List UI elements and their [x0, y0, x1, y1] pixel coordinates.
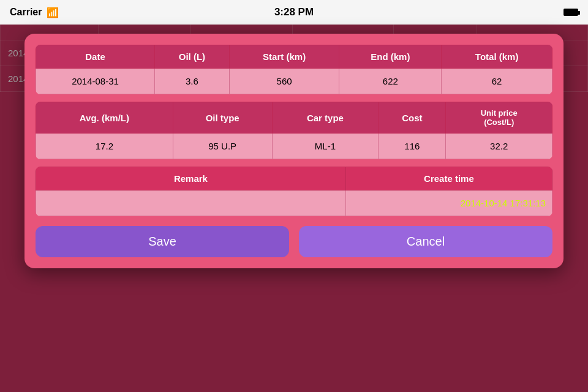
- col-avg: Avg. (km/L): [36, 102, 173, 134]
- cell-total: 62: [442, 69, 552, 94]
- cell-oil-type: 95 U.P: [173, 134, 272, 159]
- main-data-table: Date Oil (L) Start (km) End (km) Total (…: [36, 45, 552, 94]
- cell-create-time: 2014-10-14 17:31:13: [345, 190, 552, 216]
- status-bar-time: 3:28 PM: [274, 6, 314, 18]
- remark-header-row: Remark Create time: [36, 167, 552, 190]
- battery-icon: [564, 9, 578, 16]
- carrier-label: Carrier: [10, 7, 42, 18]
- remark-table: Remark Create time 2014-10-14 17:31:13: [36, 167, 552, 216]
- table2-data-row: 17.2 95 U.P ML-1 116 32.2: [36, 134, 552, 159]
- col-total: Total (km): [442, 45, 552, 69]
- col-remark: Remark: [36, 167, 346, 190]
- wifi-icon: 📶: [47, 7, 59, 18]
- button-row: Save Cancel: [36, 226, 552, 257]
- col-start: Start (km): [229, 45, 339, 69]
- status-bar-left: Carrier 📶: [10, 7, 59, 18]
- cancel-button[interactable]: Cancel: [299, 226, 552, 257]
- col-end: End (km): [339, 45, 442, 69]
- detail-dialog: Date Oil (L) Start (km) End (km) Total (…: [24, 34, 564, 268]
- table1-data-row: 2014-08-31 3.6 560 622 62: [36, 69, 552, 94]
- cell-end: 622: [339, 69, 442, 94]
- status-bar: Carrier 📶 3:28 PM: [0, 0, 588, 24]
- col-car-type: Car type: [272, 102, 379, 134]
- table2-header-row: Avg. (km/L) Oil type Car type Cost Unit …: [36, 102, 552, 134]
- secondary-data-table: Avg. (km/L) Oil type Car type Cost Unit …: [36, 102, 552, 159]
- col-oil-type: Oil type: [173, 102, 272, 134]
- col-create-time: Create time: [345, 167, 552, 190]
- cell-oil: 3.6: [155, 69, 230, 94]
- cell-unit-price: 32.2: [446, 134, 552, 159]
- col-date: Date: [36, 45, 155, 69]
- table1-header-row: Date Oil (L) Start (km) End (km) Total (…: [36, 45, 552, 69]
- cell-remark: [36, 190, 346, 216]
- save-button[interactable]: Save: [36, 226, 289, 257]
- cell-cost: 116: [379, 134, 446, 159]
- cell-car-type: ML-1: [272, 134, 379, 159]
- cell-start: 560: [229, 69, 339, 94]
- col-oil: Oil (L): [155, 45, 230, 69]
- cell-date: 2014-08-31: [36, 69, 155, 94]
- status-bar-right: [564, 9, 578, 16]
- cell-avg: 17.2: [36, 134, 173, 159]
- col-unit-price: Unit price(Cost/L): [446, 102, 552, 134]
- col-cost: Cost: [379, 102, 446, 134]
- remark-data-row: 2014-10-14 17:31:13: [36, 190, 552, 216]
